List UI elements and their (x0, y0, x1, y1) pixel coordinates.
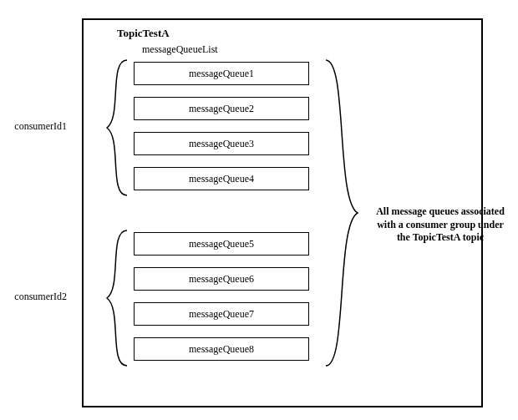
queue-label: messageQueue5 (189, 238, 254, 250)
brace-icon (97, 229, 130, 367)
diagram-caption: All message queues associated with a con… (369, 205, 511, 245)
queue-label: messageQueue6 (189, 273, 254, 285)
consumer-id-label: consumerId2 (8, 291, 67, 303)
message-queue-list-label: messageQueueList (142, 43, 218, 56)
message-queue-box: messageQueue3 (134, 132, 309, 155)
consumer-id-label: consumerId1 (8, 120, 67, 133)
brace-icon (97, 58, 130, 197)
queue-label: messageQueue7 (189, 308, 254, 320)
message-queue-box: messageQueue4 (134, 167, 309, 190)
message-queue-box: messageQueue8 (134, 337, 309, 361)
queue-label: messageQueue8 (189, 343, 254, 355)
queue-label: messageQueue4 (189, 173, 254, 185)
topic-title: TopicTestA (117, 27, 170, 40)
queue-label: messageQueue2 (189, 103, 254, 114)
queue-label: messageQueue3 (189, 138, 254, 149)
queue-label: messageQueue1 (189, 68, 254, 79)
brace-icon (321, 58, 363, 367)
message-queue-box: messageQueue2 (134, 97, 309, 120)
message-queue-box: messageQueue7 (134, 302, 309, 326)
message-queue-box: messageQueue6 (134, 267, 309, 291)
message-queue-box: messageQueue1 (134, 62, 309, 85)
message-queue-box: messageQueue5 (134, 232, 309, 256)
